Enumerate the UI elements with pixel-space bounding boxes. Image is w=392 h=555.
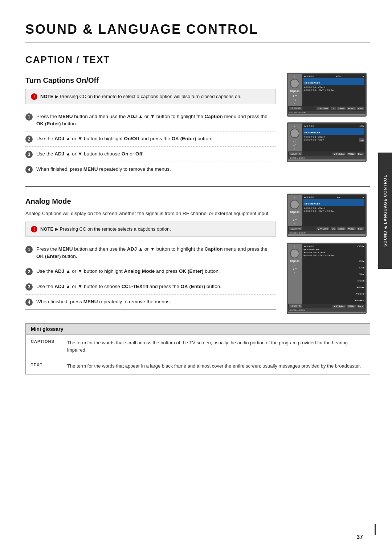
analog-step-num-3: 3 [25,283,33,291]
tv-nav-4: ▲▼ Select MENU Back [332,305,364,308]
tv-nav-select-4: ▲▼ Select [332,305,346,308]
analog-step-num-4: 4 [25,299,33,306]
analog-step-3: 3 Use the ADJ ▲ or ▼ button to choose CC… [25,279,276,295]
tv-nav-select: Select [337,107,346,110]
step-text-1: Press the MENU button and then use the A… [36,113,276,128]
analog-section: Analog Mode Analog Captions will display… [25,186,370,314]
tv-circle-3 [290,200,299,209]
tv-screen-3: ▲ Caption △ ▲▼ ▼ ★■⊕★⊕⊕ ★■ ▶ [287,194,367,237]
tv-bottom-bar-1: 11:20 PM ▲▼ Move OK Select MENU Back [288,106,366,111]
analog-screens: ▲ Caption △ ▲▼ ▼ ★■⊕★⊕⊕ ★■ ▶ [287,194,370,314]
tv-time-2: 11:20 PM [289,152,302,155]
step-num-4: 4 [25,166,33,173]
tv-top-2: ▲ ▲▼ 48 ▼ ★■⊕★⊕⊕ ◈⊡■ ◈■⊕⊕●■★⊡■★ [288,123,366,151]
page-container: SOUND & LANGUAGE CONTROL SOUND & LANGUAG… [0,0,392,555]
analog-title: Analog Mode [25,197,276,206]
note-icon: ! [31,93,37,100]
tv-main-4: ★■⊕★⊕⊕ ✓ ⊡⊕■ ◈■⊕⊕●■★⊡■★ ★⊕⊕⊕▼⊕⊕ ★⊡■★★ ◈⊕… [302,244,366,304]
page-number: 37 [356,534,363,540]
analog-left: Analog Mode Analog Captions will display… [25,194,276,314]
analog-step-1: 1 Press the MENU button and then use the… [25,242,276,264]
analog-note-label: NOTE [40,226,53,232]
note-label: NOTE [40,94,53,99]
tv-bottom-bar-4: 11:20 PM ▲▼ Select MENU Back [288,304,366,308]
step-num-1: 1 [25,113,33,121]
tv-caption-label-3: Caption [290,211,299,213]
analog-note-icon: ! [31,226,37,232]
glossary-term-captions: CAPTIONS [31,339,60,344]
section-title: CAPTION / TEXT [25,54,370,65]
tv-main-2: ★■⊕★⊕⊕ ◈⊡■ ◈■⊕⊕●■★⊡■★ ★⊕⊕⊕▼⊕⊕ ★⊡■★★ ◈⊕⊕⊕… [302,123,366,151]
tv-top-3: ▲ Caption △ ▲▼ ▼ ★■⊕★⊕⊕ ★■ ▶ [288,195,366,226]
tv-nav-back-3: Back [357,227,364,230]
analog-note: ! NOTE ▶ Pressing CC on the remote selec… [25,222,276,237]
tv-sub-2: ⊕⊕⊡⊕⊔⊕⊕⊕★ [288,156,366,159]
tv-nav-2: ▲▼ Select MENU Back [332,153,364,155]
tv-nav-move-3: ▲▼ Move [317,227,329,230]
turn-captions-title: Turn Captions On/Off [25,76,276,85]
tv-nav-ok-3: OK [331,227,336,230]
step-text-2: Use the ADJ ▲ or ▼ button to highlight O… [36,135,276,142]
tv-nav-menu-4: MENU [347,305,356,308]
analog-step-text-1: Press the MENU button and then use the A… [36,246,276,260]
tv-time-4: 11:20 PM [289,304,302,308]
tv-nav-3: ▲▼ Move OK Select MENU Back [317,227,364,230]
analog-step-4: 4 When finished, press MENU repeatedly t… [25,295,276,310]
note-body: Pressing CC on the remote to select a ca… [60,94,241,99]
tv-nav-move: ▲▼ Move [317,107,329,110]
tv-circle-2 [290,129,299,138]
analog-step-text-2: Use the ADJ ▲ or ▼ button to highlight A… [36,268,276,275]
tv-nav-ok: OK [331,107,336,110]
tv-bottom-bar-3: 11:20 PM ▲▼ Move OK Select MENU Back [288,226,366,231]
turn-captions-step-4: 4 When finished, press MENU repeatedly t… [25,162,276,177]
tv-top-1: ▲ Caption ▲▼ 48 ▼ ★■⊕★⊕⊕ ★⊕⊕ ▶ [288,74,366,106]
tv-sub-1: ⊕⊕⊡⊕⊔⊕⊕⊕★ [288,111,366,114]
side-tab-text: SOUND & LANGUAGE CONTROL [383,175,387,247]
analog-step-text-4: When finished, press MENU repeatedly to … [36,298,276,305]
analog-note-arrow: ▶ [55,226,60,232]
tv-left-panel-1: ▲ Caption ▲▼ 48 ▼ [288,74,302,106]
analog-note-text: NOTE ▶ Pressing CC on the remote selects… [40,226,171,233]
step-text-3: Use the ADJ ▲ or ▼ button to choose On o… [36,150,276,158]
glossary-header: Mini glossary [26,324,370,335]
tv-sub-3: ⊕⊕⊡⊕⊔⊕⊕⊕★ [288,231,366,234]
note-text: NOTE ▶ Pressing CC on the remote to sele… [40,93,241,100]
tv-nav-menu-3: MENU [347,227,356,230]
tv-main-3: ★■⊕★⊕⊕ ★■ ▶ ◈■⊕⊕●■★⊡■★ ★⊕⊕⊕▼⊕⊕ ★⊡■★★ ◈⊕⊕… [302,195,366,226]
tv-nav-back-4: Back [357,305,364,308]
tv-top-4: ▲ Caption △ ▲▼ ▼ ★■⊕★⊕⊕ ✓ ⊡⊕■ [288,244,366,304]
analog-content-layout: Analog Mode Analog Captions will display… [25,194,370,314]
turn-captions-step-3: 3 Use the ADJ ▲ or ▼ button to choose On… [25,147,276,162]
tv-nav-select-3: Select [337,227,346,230]
analog-note-body: Pressing CC on the remote selects a capt… [60,226,171,232]
tv-screen-4: ▲ Caption △ ▲▼ ▼ ★■⊕★⊕⊕ ✓ ⊡⊕■ [287,243,367,314]
analog-step-num-2: 2 [25,268,33,275]
tv-bottom-bar-2: 11:20 PM ▲▼ Select MENU Back [288,151,366,156]
analog-step-num-1: 1 [25,246,33,253]
turn-captions-note: ! NOTE ▶ Pressing CC on the remote to se… [25,89,276,104]
tv-nav-back-2: Back [357,153,364,155]
tv-time-3: 11:20 PM [289,227,302,230]
step-num-2: 2 [25,135,33,143]
tv-time-1: 11:20 PM [289,107,302,110]
glossary-item-captions: CAPTIONS The term for the words that scr… [26,335,370,358]
tv-caption-label-1: Caption [290,90,299,92]
tv-circle-1 [290,79,299,88]
tv-left-panel-2: ▲ ▲▼ 48 ▼ [288,123,302,151]
tv-nav-back: Back [357,107,364,110]
turn-captions-step-1: 1 Press the MENU button and then use the… [25,109,276,132]
tv-main-1: ★■⊕★⊕⊕ ★⊕⊕ ▶ ◈■⊕⊕●■★⊡■★ ★⊕⊕⊕▼⊕⊕ ★⊡■★★ ◈⊕… [302,74,366,106]
tv-left-panel-4: ▲ Caption △ ▲▼ ▼ [288,244,302,304]
tv-screen-1: ▲ Caption ▲▼ 48 ▼ ★■⊕★⊕⊕ ★⊕⊕ ▶ [287,73,367,117]
tv-nav-select-2: ▲▼ Select [332,153,346,155]
glossary-box: Mini glossary CAPTIONS The term for the … [25,323,370,374]
step-text-4: When finished, press MENU repeatedly to … [36,166,276,173]
turn-captions-step-2: 2 Use the ADJ ▲ or ▼ button to highlight… [25,131,276,147]
analog-step-2: 2 Use the ADJ ▲ or ▼ button to highlight… [25,264,276,279]
analog-step-text-3: Use the ADJ ▲ or ▼ button to choose CC1-… [36,283,276,290]
glossary-term-text: TEXT [31,362,60,367]
tv-nav-menu-2: MENU [347,153,356,155]
tv-circle-4 [290,249,299,258]
analog-description: Analog Captions will display on the scre… [25,210,276,217]
tv-left-panel-3: ▲ Caption △ ▲▼ ▼ [288,195,302,226]
